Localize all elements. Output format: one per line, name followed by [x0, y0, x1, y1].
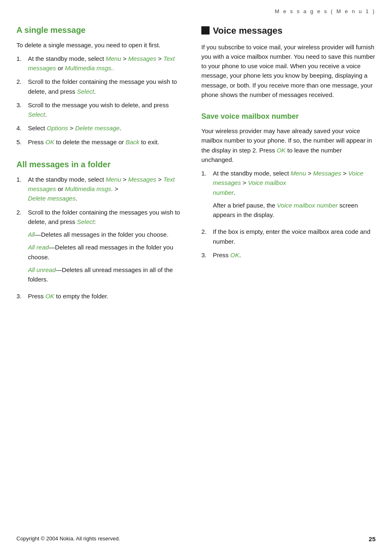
select-link: Select — [77, 88, 94, 95]
list-item: 3. Press OK to empty the folder. — [16, 291, 189, 301]
all-unread-link: All unread — [28, 266, 56, 273]
section-save-voicemail: Save voice mailbox number Your wireless … — [201, 111, 376, 260]
save-voicemail-title: Save voice mailbox number — [201, 111, 376, 122]
header-text: M e s s a g e s ( M e n u 1 ) — [275, 8, 376, 14]
sub-item-all: All—Deletes all messages in the folder y… — [28, 230, 189, 239]
list-item: 3. Scroll to the message you wish to del… — [16, 100, 189, 120]
list-item: 5. Press OK to delete the message or Bac… — [16, 137, 189, 147]
menu-link: Menu — [106, 176, 121, 183]
ok-link: OK — [277, 147, 286, 154]
list-item: 4. Select Options > Delete message. — [16, 123, 189, 133]
step-content: Scroll to the message you wish to delete… — [28, 100, 189, 120]
select-link: Select — [77, 218, 94, 225]
multimedia-link: Multimedia msgs. — [65, 185, 113, 192]
step-content: Press OK to empty the folder. — [28, 291, 189, 301]
messages-link: Messages — [128, 55, 156, 62]
voicemail-steps: 1. At the standby mode, select Menu > Me… — [201, 168, 376, 260]
step-content: Scroll to the folder containing the mess… — [28, 77, 189, 96]
single-message-steps: 1. At the standby mode, select Menu > Me… — [16, 54, 189, 147]
step-number: 5. — [16, 137, 28, 147]
step-content: If the box is empty, enter the voice mai… — [213, 227, 376, 246]
section-all-messages: All messages in a folder 1. At the stand… — [16, 158, 189, 301]
page-number: 25 — [369, 535, 376, 544]
step-sub-note: After a brief pause, the Voice mailbox n… — [213, 201, 376, 220]
all-link: All — [28, 231, 35, 238]
step-number: 1. — [16, 54, 28, 73]
section-voice-messages: Voice messages If you subscribe to voice… — [201, 24, 376, 100]
page-header: M e s s a g e s ( M e n u 1 ) — [0, 0, 392, 20]
step-content: Press OK to delete the message or Back t… — [28, 137, 189, 147]
options-link: Options — [47, 125, 68, 132]
sub-items: All—Deletes all messages in the folder y… — [28, 230, 189, 284]
step-content: At the standby mode, select Menu > Messa… — [28, 54, 189, 73]
step-number: 1. — [201, 168, 213, 223]
list-item: 1. At the standby mode, select Menu > Me… — [16, 54, 189, 73]
step-number: 2. — [16, 77, 28, 96]
right-column: Voice messages If you subscribe to voice… — [201, 24, 376, 313]
menu-link: Menu — [106, 55, 121, 62]
voice-messages-body: If you subscribe to voice mail, your wir… — [201, 42, 376, 100]
delete-messages-link: Delete messages — [28, 195, 76, 202]
sub-item-all-read: All read—Deletes all read messages in th… — [28, 242, 189, 262]
step-number: 2. — [201, 227, 213, 246]
voice-messages-link: Voicemessages — [213, 170, 363, 186]
step-content: Scroll to the folder containing the mess… — [28, 208, 189, 288]
voice-messages-title-text: Voice messages — [213, 24, 283, 37]
step-content: At the standby mode, select Menu > Messa… — [28, 175, 189, 203]
page-footer: Copyright © 2004 Nokia. All rights reser… — [0, 535, 392, 544]
list-item: 1. At the standby mode, select Menu > Me… — [16, 175, 189, 203]
step-number: 2. — [16, 208, 28, 288]
section-single-message-intro: To delete a single message, you need to … — [16, 40, 189, 50]
step-number: 3. — [16, 291, 28, 301]
ok-link: OK — [46, 293, 55, 300]
voice-mailbox-number-link: Voice mailbox number — [277, 202, 338, 209]
messages-link: Messages — [128, 176, 156, 183]
list-item: 2. Scroll to the folder containing the m… — [16, 77, 189, 96]
sub-note-text: After a brief pause, the Voice mailbox n… — [213, 201, 376, 220]
multimedia-link: Multimedia msgs.. — [65, 65, 115, 72]
left-column: A single message To delete a single mess… — [16, 24, 189, 313]
list-item: 2. If the box is empty, enter the voice … — [201, 227, 376, 246]
sub-item-all-unread: All unread—Deletes all unread messages i… — [28, 265, 189, 284]
step-number: 3. — [16, 100, 28, 120]
step-number: 3. — [201, 250, 213, 260]
step-content: Select Options > Delete message. — [28, 123, 189, 133]
all-messages-steps: 1. At the standby mode, select Menu > Me… — [16, 175, 189, 301]
menu-link: Menu — [291, 170, 306, 177]
messages-link: Messages — [313, 170, 341, 177]
copyright-text: Copyright © 2004 Nokia. All rights reser… — [16, 535, 120, 544]
section-all-messages-title: All messages in a folder — [16, 158, 189, 171]
section-single-message: A single message To delete a single mess… — [16, 24, 189, 147]
step-content: Press OK. — [213, 250, 376, 260]
ok-link: OK — [46, 138, 55, 145]
list-item: 3. Press OK. — [201, 250, 376, 260]
list-item: 2. Scroll to the folder containing the m… — [16, 208, 189, 288]
save-voicemail-intro: Your wireless provider may have already … — [201, 126, 376, 164]
voice-icon — [201, 26, 210, 35]
section-voice-messages-title: Voice messages — [201, 24, 376, 37]
back-link: Back — [126, 138, 139, 145]
all-read-link: All read — [28, 244, 49, 251]
step-content: At the standby mode, select Menu > Messa… — [213, 168, 376, 223]
delete-message-link: Delete message — [75, 125, 120, 132]
list-item: 1. At the standby mode, select Menu > Me… — [201, 168, 376, 223]
step-number: 1. — [16, 175, 28, 203]
select-link: Select — [28, 111, 45, 118]
step-number: 4. — [16, 123, 28, 133]
section-single-message-title: A single message — [16, 24, 189, 36]
ok-link: OK — [231, 251, 240, 258]
